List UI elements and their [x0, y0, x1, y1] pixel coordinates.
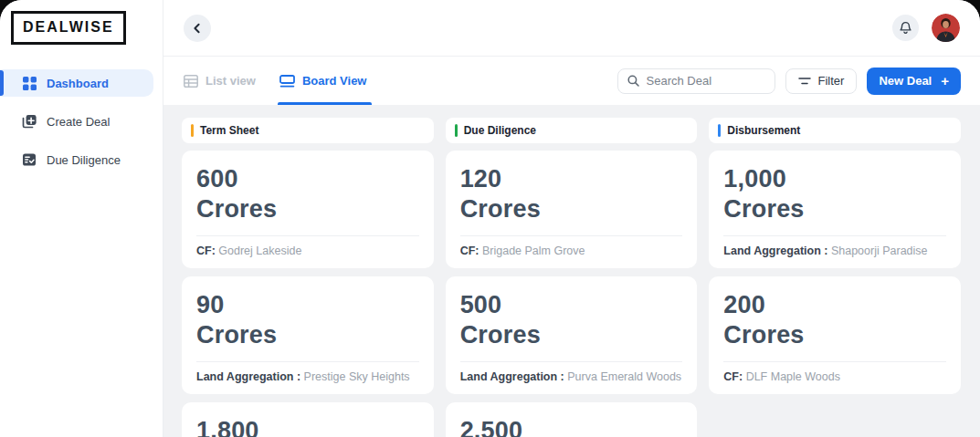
deal-card[interactable]: 500CroresLand Aggregation : Purva Emeral…: [446, 276, 698, 394]
deal-card[interactable]: 1,000CroresLand Aggregation : Shapoorji …: [709, 151, 961, 268]
view-tabs: List view Board View: [184, 57, 366, 105]
deal-amount: 600Crores: [196, 164, 419, 224]
deal-amount-unit: Crores: [196, 194, 419, 224]
deal-card[interactable]: 200CroresCF: DLF Maple Woods: [709, 276, 961, 394]
user-avatar[interactable]: [932, 14, 960, 42]
card-divider: [196, 361, 419, 362]
deal-meta-label: CF:: [460, 245, 479, 257]
deal-amount: 2,500: [460, 416, 683, 437]
deal-card[interactable]: 90CroresLand Aggregation : Prestige Sky …: [182, 276, 434, 394]
sidebar-item-create-deal[interactable]: Create Deal: [0, 108, 153, 135]
deal-amount: 200Crores: [723, 290, 946, 350]
logo: DEALWISE: [11, 11, 126, 45]
deal-amount-unit: Crores: [460, 194, 683, 224]
deal-amount-value: 600: [196, 164, 419, 194]
deal-amount-value: 200: [723, 290, 946, 320]
plus-icon: +: [941, 73, 949, 88]
tab-board-view[interactable]: Board View: [279, 57, 367, 105]
toolbar-actions: Filter New Deal +: [617, 68, 961, 95]
deal-amount: 90Crores: [196, 290, 419, 350]
deal-card[interactable]: 600CroresCF: Godrej Lakeside: [182, 151, 434, 268]
column-accent-bar: [718, 124, 721, 137]
deal-amount-unit: Crores: [196, 320, 419, 350]
deal-meta-value: Prestige Sky Heights: [300, 370, 410, 383]
sidebar-item-label: Create Deal: [47, 115, 110, 129]
board-view-icon: [279, 75, 295, 88]
deal-amount: 120Crores: [460, 164, 683, 224]
filter-label: Filter: [818, 74, 845, 88]
card-divider: [196, 235, 419, 236]
deal-amount-value: 1,000: [723, 164, 946, 194]
dashboard-grid-icon: [22, 76, 37, 90]
deal-amount: 500Crores: [460, 290, 683, 350]
app-window: DEALWISE Dashboard: [0, 0, 980, 437]
deal-meta-value: DLF Maple Woods: [743, 370, 840, 383]
topbar-actions: [892, 14, 960, 42]
deal-amount-value: 500: [460, 290, 683, 320]
new-deal-button[interactable]: New Deal +: [867, 68, 961, 95]
deal-meta-value: Godrej Lakeside: [216, 245, 302, 257]
deal-meta-label: Land Aggregation :: [723, 245, 827, 257]
sidebar-nav: Dashboard Create Deal: [0, 69, 163, 173]
deal-meta: CF: Brigade Palm Grove: [460, 245, 683, 257]
deal-meta-value: Purva Emerald Woods: [564, 370, 681, 383]
search-icon: [627, 75, 639, 87]
column-accent-bar: [191, 124, 194, 137]
column-header[interactable]: Disbursement: [709, 118, 961, 143]
sidebar-item-dashboard[interactable]: Dashboard: [0, 69, 153, 97]
deal-amount-value: 1,800: [196, 416, 419, 437]
board-column: Disbursement1,000CroresLand Aggregation …: [709, 118, 961, 437]
sidebar-item-label: Due Diligence: [47, 153, 121, 167]
column-header[interactable]: Due Diligence: [446, 118, 698, 143]
bell-icon: [899, 21, 912, 35]
deal-meta: CF: DLF Maple Woods: [723, 370, 946, 383]
column-accent-bar: [455, 124, 458, 137]
column-header[interactable]: Term Sheet: [182, 118, 434, 143]
deal-meta-value: Shapoorji Paradise: [827, 245, 927, 257]
chevron-left-icon: [191, 22, 204, 35]
column-title: Disbursement: [727, 124, 800, 137]
column-title: Due Diligence: [464, 124, 536, 137]
deal-meta: Land Aggregation : Prestige Sky Heights: [196, 370, 419, 383]
sidebar-item-label: Dashboard: [47, 77, 109, 90]
card-divider: [460, 235, 683, 236]
deal-meta-label: Land Aggregation :: [196, 370, 300, 383]
deal-card[interactable]: 2,500: [446, 402, 698, 437]
deal-meta: CF: Godrej Lakeside: [196, 245, 419, 257]
deal-meta-label: Land Aggregation :: [460, 370, 564, 383]
kanban-board: Term Sheet600CroresCF: Godrej Lakeside90…: [163, 105, 980, 437]
deal-amount-unit: Crores: [723, 194, 946, 224]
card-divider: [460, 361, 683, 362]
main-area: List view Board View: [163, 0, 980, 437]
deal-card[interactable]: 1,800: [182, 402, 434, 437]
deal-amount: 1,000Crores: [723, 164, 946, 224]
topbar: [163, 0, 980, 57]
sidebar: DEALWISE Dashboard: [0, 0, 163, 437]
deal-meta: Land Aggregation : Purva Emerald Woods: [460, 370, 683, 383]
list-view-icon: [184, 75, 198, 88]
deal-meta: Land Aggregation : Shapoorji Paradise: [723, 245, 946, 257]
board-column: Term Sheet600CroresCF: Godrej Lakeside90…: [182, 118, 434, 437]
deal-amount-value: 120: [460, 164, 683, 194]
notifications-button[interactable]: [892, 15, 919, 41]
filter-icon: [798, 77, 811, 86]
back-button[interactable]: [184, 15, 211, 42]
deal-meta-label: CF:: [723, 370, 743, 383]
card-divider: [723, 235, 946, 236]
deal-meta-value: Brigade Palm Grove: [479, 245, 585, 257]
search-input[interactable]: [647, 74, 765, 88]
column-title: Term Sheet: [200, 124, 258, 137]
tab-label: List view: [205, 74, 256, 88]
deal-amount-value: 90: [196, 290, 419, 320]
deal-card[interactable]: 120CroresCF: Brigade Palm Grove: [446, 151, 698, 268]
sidebar-item-due-diligence[interactable]: Due Diligence: [0, 146, 153, 173]
deal-amount: 1,800: [196, 416, 419, 437]
deal-amount-unit: Crores: [460, 320, 683, 350]
due-diligence-icon: [22, 152, 37, 167]
board-column: Due Diligence120CroresCF: Brigade Palm G…: [446, 118, 698, 437]
tab-list-view[interactable]: List view: [184, 57, 256, 105]
deal-amount-value: 2,500: [460, 416, 683, 437]
filter-button[interactable]: Filter: [785, 68, 858, 94]
create-deal-icon: [22, 114, 37, 129]
toolbar: List view Board View: [163, 57, 980, 105]
